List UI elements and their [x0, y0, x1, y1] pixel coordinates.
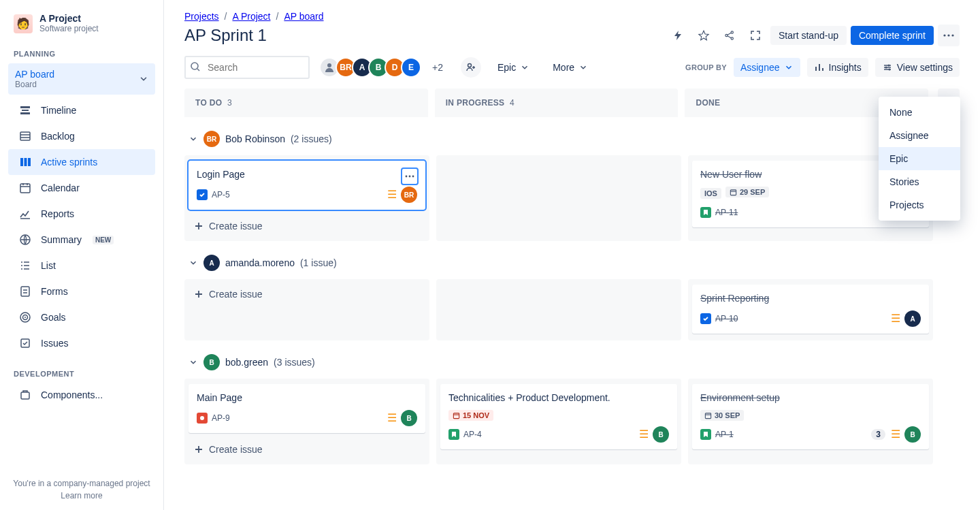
card-title: Main Page — [197, 392, 417, 403]
issue-card[interactable]: Main PageAP-9☰B — [189, 384, 425, 433]
issue-key[interactable]: AP-10 — [715, 314, 738, 323]
search-input[interactable] — [184, 56, 310, 79]
view-settings-button[interactable]: View settings — [875, 58, 960, 77]
svg-point-23 — [888, 69, 890, 71]
sidebar-item-issues[interactable]: Issues — [8, 330, 155, 356]
issue-card[interactable]: Technicalities + Product Development.15 … — [440, 384, 677, 449]
star-icon[interactable] — [693, 25, 715, 46]
card-title: Sprint Reporting — [700, 293, 921, 304]
epic-filter[interactable]: Epic — [491, 58, 536, 77]
sidebar-item-forms[interactable]: Forms — [8, 278, 155, 304]
avatar: BR — [203, 131, 220, 147]
sidebar-item-reports[interactable]: Reports — [8, 201, 155, 227]
sidebar-item-components[interactable]: Components... — [8, 382, 155, 408]
board-cell[interactable] — [436, 155, 681, 241]
issue-key[interactable]: AP-4 — [463, 430, 482, 439]
create-issue-button[interactable]: Create issue — [187, 214, 427, 238]
insights-button[interactable]: Insights — [807, 58, 868, 77]
sidebar-item-goals[interactable]: Goals — [8, 304, 155, 330]
board-cell[interactable]: Login PageAP-5☰BRCreate issue — [184, 155, 429, 241]
assignee-avatar[interactable]: B — [401, 410, 417, 426]
board-selector[interactable]: AP board Board — [8, 63, 155, 95]
card-actions-button[interactable] — [401, 168, 419, 185]
story-type-icon — [700, 429, 711, 440]
chevron-down-icon — [139, 74, 148, 84]
avatar: A — [203, 255, 220, 271]
standup-button[interactable]: Start stand-up — [770, 26, 847, 45]
svg-point-21 — [887, 65, 889, 67]
svg-point-28 — [200, 416, 204, 420]
assignee-avatar[interactable]: B — [653, 426, 669, 443]
add-people-button[interactable] — [461, 57, 481, 78]
create-issue-button[interactable]: Create issue — [187, 437, 427, 462]
board-cell[interactable]: Main PageAP-9☰BCreate issue — [184, 379, 429, 464]
priority-icon: ☰ — [387, 413, 397, 424]
crumb-board[interactable]: AP board — [284, 11, 323, 22]
nav-icon — [18, 180, 33, 195]
svg-rect-29 — [453, 413, 459, 418]
column-inprogress[interactable]: IN PROGRESS 4 — [435, 89, 679, 117]
board-cell[interactable]: Create issue — [184, 279, 429, 340]
svg-rect-0 — [20, 132, 30, 140]
svg-point-12 — [725, 34, 728, 36]
dev-caption: DEVELOPMENT — [4, 366, 159, 382]
assignee-avatar[interactable]: B — [904, 426, 921, 443]
issue-key[interactable]: AP-11 — [715, 208, 738, 217]
dropdown-option-assignee[interactable]: Assignee — [879, 124, 960, 147]
complete-sprint-button[interactable]: Complete sprint — [851, 26, 934, 45]
share-icon[interactable] — [719, 25, 740, 46]
board-cell[interactable]: Technicalities + Product Development.15 … — [436, 379, 681, 464]
group-by-selector[interactable]: Assignee — [734, 58, 800, 77]
nav-icon — [18, 103, 33, 118]
sidebar-item-list[interactable]: List — [8, 253, 155, 278]
issue-card[interactable]: Environment setup30 SEPAP-13☰B — [692, 384, 929, 449]
board-cell[interactable]: Environment setup30 SEPAP-13☰B — [688, 379, 933, 464]
swimlane-header[interactable]: Aamanda.moreno (1 issue) — [184, 246, 960, 279]
fullscreen-icon[interactable] — [745, 25, 766, 46]
dropdown-option-epic[interactable]: Epic — [879, 147, 960, 170]
priority-icon: ☰ — [387, 189, 397, 200]
issue-key[interactable]: AP-9 — [212, 413, 230, 423]
sidebar-item-timeline[interactable]: Timeline — [8, 97, 155, 123]
more-filter[interactable]: More — [546, 58, 595, 77]
column-headers: TO DO 3 IN PROGRESS 4 DONE — [184, 89, 960, 117]
avatar[interactable]: E — [401, 57, 421, 78]
automation-icon[interactable] — [667, 25, 689, 46]
main: Projects/ A Project/ AP board AP Sprint … — [164, 0, 980, 510]
sidebar-item-calendar[interactable]: Calendar — [8, 175, 155, 201]
story-type-icon — [448, 429, 459, 440]
priority-icon: ☰ — [891, 429, 900, 440]
search-icon — [190, 61, 201, 74]
swimlane-header[interactable]: BRBob Robinson (2 issues) — [184, 123, 960, 155]
create-issue-button[interactable]: Create issue — [187, 282, 427, 306]
avatar-overflow[interactable]: +2 — [432, 62, 443, 73]
svg-rect-6 — [21, 287, 29, 296]
card-title: Login Page — [197, 169, 417, 180]
dropdown-option-stories[interactable]: Stories — [879, 170, 960, 193]
issue-card[interactable]: Login PageAP-5☰BR — [189, 161, 425, 210]
issue-key[interactable]: AP-1 — [715, 430, 734, 439]
due-date: 30 SEP — [700, 410, 744, 421]
svg-rect-2 — [24, 158, 27, 166]
sidebar-item-active-sprints[interactable]: Active sprints — [8, 149, 155, 175]
board-cell[interactable] — [436, 279, 681, 340]
bug-type-icon — [197, 413, 208, 424]
svg-point-9 — [24, 317, 26, 318]
dropdown-option-none[interactable]: None — [879, 101, 960, 124]
column-todo[interactable]: TO DO 3 — [184, 89, 428, 117]
crumb-projects[interactable]: Projects — [184, 11, 219, 22]
swimlane-header[interactable]: Bbob.green (3 issues) — [184, 346, 960, 379]
issue-card[interactable]: Sprint ReportingAP-10☰A — [692, 285, 929, 334]
sidebar-item-summary[interactable]: SummaryNEW — [8, 227, 155, 253]
board-cell[interactable]: Sprint ReportingAP-10☰A — [688, 279, 933, 340]
project-header[interactable]: 🧑 A Project Software project — [4, 14, 159, 46]
more-actions-icon[interactable] — [938, 25, 960, 46]
assignee-avatar[interactable]: A — [904, 310, 921, 327]
sidebar-item-backlog[interactable]: Backlog — [8, 123, 155, 149]
assignee-avatar[interactable]: BR — [401, 187, 417, 203]
project-name: A Project — [39, 14, 99, 24]
issue-key[interactable]: AP-5 — [212, 190, 230, 200]
crumb-project[interactable]: A Project — [232, 11, 270, 22]
dropdown-option-projects[interactable]: Projects — [879, 193, 960, 217]
learn-more-link[interactable]: Learn more — [4, 491, 159, 500]
